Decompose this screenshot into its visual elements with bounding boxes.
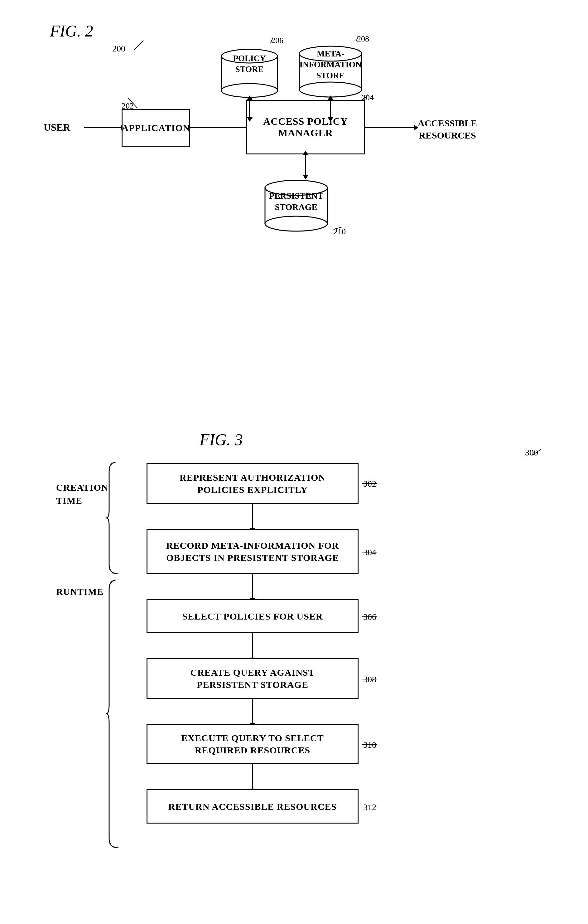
access-policy-manager-box: ACCESS POLICY MANAGER [246, 100, 365, 154]
svg-line-15 [532, 449, 541, 455]
step-308-box: CREATE QUERY AGAINST PERSISTENT STORAGE [147, 658, 359, 699]
accessible-resources-label: ACCESSIBLE RESOURCES [418, 117, 477, 141]
svg-line-0 [134, 41, 143, 50]
ref310-line [362, 741, 380, 748]
svg-line-6 [271, 38, 273, 43]
svg-line-14 [334, 227, 342, 229]
svg-point-12 [265, 216, 327, 231]
runtime-label: RUNTIME [56, 586, 104, 597]
arrow-310-312 [252, 764, 253, 789]
svg-line-1 [128, 97, 137, 108]
ref300-arrow [529, 448, 544, 457]
step-310-box: EXECUTE QUERY TO SELECT REQUIRED RESOURC… [147, 724, 359, 764]
ref200-arrow [131, 38, 156, 53]
arrow-304-306 [252, 574, 253, 599]
arrow-306-308 [252, 633, 253, 658]
ref208-arrow [356, 34, 368, 44]
runtime-brace [106, 579, 122, 848]
ref308-line [362, 676, 380, 682]
arrow-apm-ps [305, 154, 306, 176]
application-box: APPLICATION [122, 109, 190, 147]
arrow-302-304 [252, 504, 253, 529]
creation-time-label: CREATIONTIME [56, 468, 108, 507]
fig3-diagram: FIG. 3 300 CREATIONTIME RUNTIME REPRESEN… [25, 431, 563, 923]
svg-point-8 [299, 82, 362, 97]
meta-info-store-label: META- INFORMATION STORE [296, 48, 365, 81]
fig2-diagram: FIG. 2 200 USER APPLICATION 202 ACCESS P… [25, 19, 563, 424]
persistent-storage-label: PERSISTENT STORAGE [262, 190, 331, 213]
ref312-line [362, 804, 380, 810]
step-312-box: RETURN ACCESSIBLE RESOURCES [147, 789, 359, 823]
ref306-line [362, 614, 380, 620]
ref302-line [362, 480, 380, 487]
step-304-box: RECORD META-INFORMATION FOR OBJECTS IN P… [147, 529, 359, 574]
arrow-mis-apm [330, 99, 331, 118]
creation-time-brace [106, 462, 122, 574]
step-302-box: REPRESENT AUTHORIZATION POLICIES EXPLICI… [147, 463, 359, 504]
ref202-arrow [125, 96, 143, 110]
fig3-title: FIG. 3 [199, 431, 243, 449]
arrow-user-app [84, 127, 122, 128]
ref206-arrow [270, 36, 282, 45]
svg-line-10 [356, 36, 359, 41]
arrow-ps-apm [249, 99, 250, 118]
ref210-line [333, 224, 346, 234]
fig2-title: FIG. 2 [50, 22, 93, 40]
arrow-app-apm [190, 127, 246, 128]
ref-200: 200 [112, 44, 125, 54]
arrow-apm-resources [365, 127, 415, 128]
policy-store-label: POLICY STORE [218, 53, 281, 75]
user-label: USER [44, 122, 70, 133]
page: FIG. 2 200 USER APPLICATION 202 ACCESS P… [0, 0, 588, 924]
ref304-line [362, 549, 380, 555]
step-306-box: SELECT POLICIES FOR USER [147, 599, 359, 633]
arrow-308-310 [252, 699, 253, 724]
